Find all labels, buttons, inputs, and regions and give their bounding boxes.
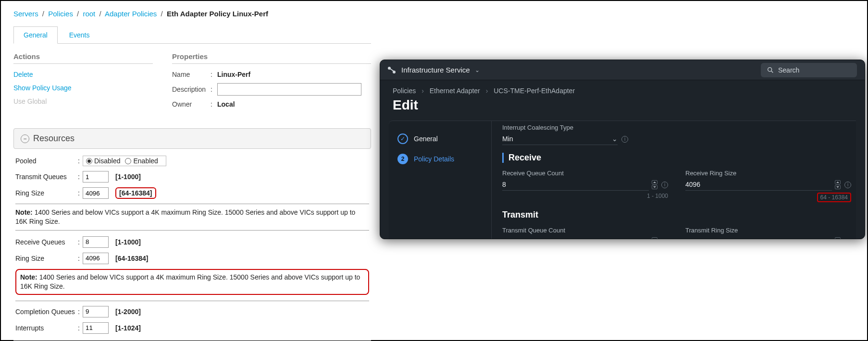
nav-step-policy-details[interactable]: 2 Policy Details <box>389 149 491 169</box>
page-title: Edit <box>380 95 865 121</box>
pooled-disabled-radio[interactable]: Disabled <box>86 157 120 165</box>
resources-heading: Resources <box>33 134 74 144</box>
properties-heading: Properties <box>172 52 371 64</box>
rp-bc-current: UCS-TME-Perf-EthAdapter <box>494 87 575 95</box>
collapse-icon[interactable]: − <box>21 134 29 143</box>
rx-ring-note: Note: 1400 Series and below VICs support… <box>15 269 369 295</box>
ict-label: Interrupt Coalescing Type <box>502 124 851 131</box>
rqc-stepper[interactable] <box>652 180 657 189</box>
nav-step-general[interactable]: General <box>389 129 491 149</box>
svg-line-1 <box>771 71 773 73</box>
breadcrumb-link-servers[interactable]: Servers <box>13 10 38 18</box>
transmit-heading: Transmit <box>502 210 851 220</box>
tx-ring-size-label: Ring Size <box>15 189 78 197</box>
description-label: Description <box>172 85 211 93</box>
check-icon <box>397 134 408 144</box>
use-global-action: Use Global <box>13 97 153 105</box>
completion-queues-range: [1-2000] <box>115 308 141 316</box>
search-input[interactable]: Search <box>761 63 857 77</box>
trs-label: Transmit Ring Size <box>685 227 851 234</box>
breadcrumb-link-root[interactable]: root <box>83 10 95 18</box>
tx-ring-size-input[interactable] <box>83 187 109 199</box>
trs-stepper[interactable] <box>835 237 841 239</box>
owner-label: Owner <box>172 100 211 108</box>
info-icon[interactable]: i <box>621 136 628 143</box>
rrs-range: 64 - 16384 <box>817 193 851 202</box>
breadcrumb-link-adapter-policies[interactable]: Adapter Policies <box>105 10 157 18</box>
rrs-input[interactable]: 4096 <box>685 179 832 191</box>
transmit-queues-range: [1-1000] <box>115 173 141 181</box>
completion-queues-input[interactable] <box>83 306 109 317</box>
receive-queues-range: [1-1000] <box>115 238 141 246</box>
info-icon[interactable]: i <box>844 182 851 188</box>
service-icon <box>388 66 397 74</box>
receive-queues-input[interactable] <box>83 236 109 248</box>
rp-bc-ethernet-adapter[interactable]: Ethernet Adapter <box>430 87 480 95</box>
delete-action[interactable]: Delete <box>13 71 153 78</box>
rx-ring-size-label: Ring Size <box>15 255 78 262</box>
completion-queues-label: Completion Queues <box>15 308 78 316</box>
chevron-down-icon: ⌄ <box>612 135 618 143</box>
search-icon <box>767 66 774 74</box>
rqc-input[interactable]: 8 <box>502 179 649 191</box>
rqc-label: Receive Queue Count <box>502 170 668 177</box>
tqc-input[interactable]: 4 <box>502 236 649 239</box>
step-number-badge: 2 <box>397 154 408 164</box>
svg-point-0 <box>768 67 772 71</box>
rp-breadcrumb: Policies › Ethernet Adapter › UCS-TME-Pe… <box>380 80 865 95</box>
info-icon[interactable]: i <box>661 239 668 240</box>
rrs-stepper[interactable] <box>835 180 841 189</box>
pooled-label: Pooled <box>15 157 78 165</box>
tab-events[interactable]: Events <box>60 27 99 43</box>
actions-heading: Actions <box>13 52 153 64</box>
interrupts-input[interactable] <box>83 322 109 334</box>
tab-general[interactable]: General <box>13 26 58 44</box>
name-value: Linux-Perf <box>217 71 250 78</box>
pooled-radio-group: Disabled Enabled <box>83 156 166 166</box>
trs-input[interactable]: 4096 <box>685 236 832 239</box>
rqc-range: 1 - 1000 <box>647 193 668 199</box>
receive-heading: Receive <box>502 153 851 163</box>
rx-ring-size-input[interactable] <box>83 253 109 264</box>
breadcrumb-link-policies[interactable]: Policies <box>48 10 73 18</box>
receive-queues-label: Receive Queues <box>15 238 78 246</box>
rp-bc-policies[interactable]: Policies <box>393 87 416 95</box>
breadcrumb-current: Eth Adapter Policy Linux-Perf <box>167 10 268 18</box>
ict-select[interactable]: Min ⌄ <box>502 133 618 145</box>
transmit-queues-input[interactable] <box>83 171 109 183</box>
interrupts-range: [1-1024] <box>115 324 141 332</box>
name-label: Name <box>172 71 211 78</box>
tx-ring-size-range: [64-16384] <box>115 187 156 199</box>
pooled-enabled-radio[interactable]: Enabled <box>125 157 158 165</box>
transmit-queues-label: Transmit Queues <box>15 173 78 181</box>
chevron-down-icon[interactable]: ⌄ <box>475 67 480 73</box>
tx-ring-note: Note: 1400 Series and below VICs support… <box>15 204 369 231</box>
info-icon[interactable]: i <box>844 239 851 240</box>
rx-ring-size-range: [64-16384] <box>115 255 149 262</box>
description-input[interactable] <box>217 83 361 96</box>
owner-value: Local <box>217 100 235 108</box>
tab-bar: General Events <box>13 26 371 44</box>
info-icon[interactable]: i <box>661 182 668 188</box>
service-title[interactable]: Infrastructure Service <box>401 66 470 74</box>
search-placeholder: Search <box>778 66 799 74</box>
rrs-label: Receive Ring Size <box>685 170 851 177</box>
show-policy-usage-action[interactable]: Show Policy Usage <box>13 84 153 92</box>
tqc-label: Transmit Queue Count <box>502 227 668 234</box>
tqc-stepper[interactable] <box>652 237 657 239</box>
intersight-panel: Infrastructure Service ⌄ Search Policies… <box>380 60 865 239</box>
breadcrumb: Servers / Policies / root / Adapter Poli… <box>13 10 371 18</box>
interrupts-label: Interrupts <box>15 324 78 332</box>
